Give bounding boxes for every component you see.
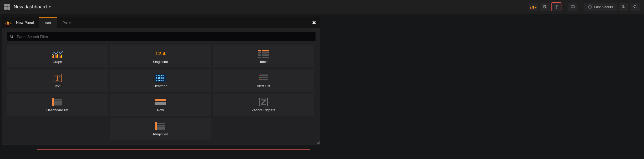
svg-rect-52 [155,99,166,101]
svg-marker-46 [259,79,260,80]
panel-type-label: Alert List [257,84,270,88]
svg-rect-39 [161,80,162,81]
svg-rect-27 [158,77,159,78]
main-area: + New Panel Add Paste ✖ [0,14,644,145]
svg-rect-41 [260,75,268,76]
svg-rect-17 [258,57,269,58]
panel-type-label: Zabbix Triggers [252,108,275,112]
svg-rect-1 [571,6,574,8]
panel-type-label: Table [259,60,267,64]
svg-rect-26 [156,77,157,78]
panel-type-heatmap[interactable]: Heatmap [110,70,211,92]
close-icon: ✖ [312,20,316,26]
zabbix-icon [258,98,269,107]
time-range-label: Last 6 hours [594,5,613,9]
tab-paste-label: Paste [63,21,71,25]
save-button[interactable] [540,3,550,11]
svg-rect-6 [53,55,54,58]
dashboard-title-dropdown[interactable]: New dashboard ▼ [14,4,51,10]
save-icon [543,5,547,9]
svg-rect-53 [155,102,166,105]
svg-rect-15 [258,54,269,55]
add-panel-icon: + [530,5,536,9]
gear-icon [554,5,559,9]
svg-rect-36 [156,80,157,81]
panel-search-row [7,32,316,42]
panel-type-label: Row [157,108,164,112]
svg-rect-48 [54,99,62,100]
panel-type-graph[interactable]: Graph [7,45,108,67]
tab-add[interactable]: Add [39,17,57,28]
tab-add-label: Add [45,21,51,25]
svg-rect-51 [54,104,62,105]
svg-rect-14 [258,52,269,53]
svg-rect-23 [159,75,160,76]
svg-rect-49 [54,100,62,102]
panel-body: Graph 12.4 Singlestat [2,44,320,145]
panel-type-plugin-list[interactable]: Plugin list [110,118,211,140]
svg-rect-22 [158,75,159,76]
panel-type-alert-list[interactable]: Alert List [213,70,314,92]
panel-search-input[interactable] [17,35,313,39]
row-icon [155,98,166,107]
svg-rect-56 [157,123,165,124]
panel-editor-icon: + [6,20,12,25]
zoom-out-button[interactable] [619,3,628,11]
svg-point-4 [10,35,13,38]
svg-rect-16 [258,55,269,56]
navbar-right: + Last 6 hours [529,3,640,11]
svg-rect-9 [57,54,58,58]
svg-rect-37 [158,80,159,81]
svg-rect-45 [260,79,268,80]
svg-marker-44 [259,77,260,78]
table-icon [258,49,269,58]
panel-type-text[interactable]: T Text [7,70,108,92]
svg-rect-5 [52,56,53,58]
svg-rect-47 [52,98,54,106]
panel-type-singlestat[interactable]: 12.4 Singlestat [110,45,211,67]
refresh-icon [633,5,637,9]
dashboard-icon [4,4,10,10]
svg-rect-31 [156,78,157,79]
svg-rect-40 [163,80,164,81]
resize-handle[interactable] [316,141,320,144]
svg-point-0 [556,6,557,7]
time-range-button[interactable]: Last 6 hours [584,3,617,11]
svg-rect-11 [60,56,61,58]
svg-rect-24 [161,75,162,76]
panel-type-table[interactable]: Table [213,45,314,67]
panel-type-row[interactable]: Row [110,94,211,116]
svg-rect-33 [159,78,160,79]
view-mode-button[interactable] [568,3,577,11]
monitor-icon [571,5,575,9]
panel-type-label: Dashboard list [46,108,68,112]
svg-rect-55 [155,122,157,130]
panel-type-dashboard-list[interactable]: Dashboard list [7,94,108,116]
close-panel-editor-button[interactable]: ✖ [312,20,316,26]
tab-paste[interactable]: Paste [57,17,77,28]
dashboard-list-icon [52,98,63,107]
navbar: New dashboard ▼ + Last 6 hours [0,0,644,14]
svg-rect-34 [161,78,162,79]
singlestat-icon: 12.4 [155,49,166,58]
dashboard-title: New dashboard [14,4,47,10]
svg-marker-42 [259,75,260,76]
svg-rect-29 [161,77,162,78]
svg-rect-35 [163,78,164,79]
alert-list-icon [258,73,269,82]
panel-editor: + New Panel Add Paste ✖ [2,17,320,145]
add-panel-button[interactable]: + [529,3,538,11]
panel-type-label: Text [54,84,60,88]
svg-rect-12 [61,55,62,58]
settings-button[interactable] [552,3,561,11]
svg-rect-50 [54,102,62,104]
svg-rect-57 [157,125,165,126]
panel-type-grid[interactable]: Graph 12.4 Singlestat [7,45,316,140]
svg-rect-43 [260,77,268,78]
panel-type-label: Heatmap [154,84,168,88]
refresh-button[interactable] [630,3,640,11]
svg-rect-28 [159,77,160,78]
panel-type-zabbix-triggers[interactable]: Zabbix Triggers [213,94,314,116]
plugin-list-icon [155,122,166,131]
graph-icon [52,49,63,58]
